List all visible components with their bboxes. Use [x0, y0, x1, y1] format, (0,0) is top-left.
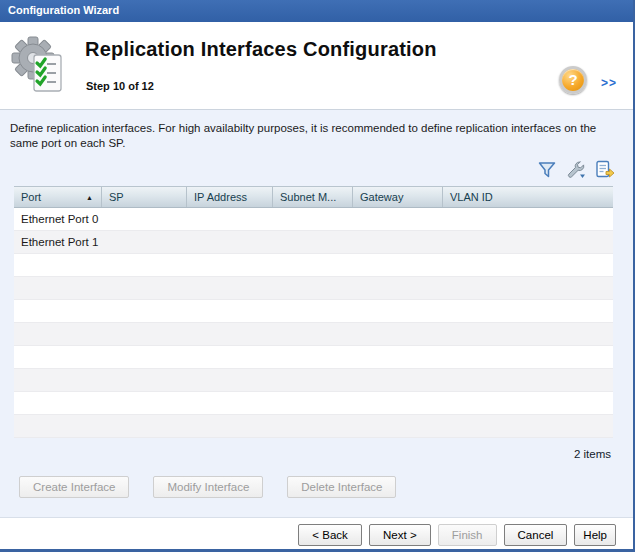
column-label: Subnet M... — [280, 191, 336, 203]
table-cell — [14, 254, 102, 276]
table-cell — [14, 415, 102, 437]
interfaces-table: Port▲SPIP AddressSubnet M...GatewayVLAN … — [14, 186, 613, 438]
table-row[interactable] — [14, 323, 613, 346]
table-cell — [102, 254, 187, 276]
column-label: VLAN ID — [450, 191, 493, 203]
delete-interface-button[interactable]: Delete Interface — [287, 476, 396, 498]
interface-actions: Create Interface Modify Interface Delete… — [19, 476, 396, 498]
table-cell — [187, 231, 273, 253]
wizard-footer: < Back Next > Finish Cancel Help — [0, 517, 633, 551]
column-header-sp[interactable]: SP — [102, 187, 187, 207]
table-cell — [273, 208, 353, 230]
table-cell — [273, 415, 353, 437]
description-text: Define replication interfaces. For high … — [0, 110, 633, 151]
table-row[interactable] — [14, 392, 613, 415]
help-icon[interactable]: ? — [559, 66, 587, 94]
table-cell — [102, 346, 187, 368]
column-header-ip-address[interactable]: IP Address — [187, 187, 273, 207]
table-cell — [443, 300, 613, 322]
table-cell — [102, 369, 187, 391]
table-cell — [443, 277, 613, 299]
table-row[interactable] — [14, 277, 613, 300]
table-cell — [443, 323, 613, 345]
table-cell — [273, 323, 353, 345]
table-cell — [353, 300, 443, 322]
column-header-port[interactable]: Port▲ — [14, 187, 102, 207]
table-cell — [14, 323, 102, 345]
table-cell — [353, 254, 443, 276]
table-cell — [102, 323, 187, 345]
table-cell — [353, 208, 443, 230]
create-interface-button[interactable]: Create Interface — [19, 476, 129, 498]
modify-interface-button[interactable]: Modify Interface — [153, 476, 263, 498]
expand-chevrons[interactable]: >> — [601, 76, 617, 90]
step-indicator: Step 10 of 12 — [86, 80, 154, 92]
table-cell — [14, 369, 102, 391]
table-cell — [14, 346, 102, 368]
table-cell — [353, 346, 443, 368]
table-cell — [187, 346, 273, 368]
table-cell — [187, 208, 273, 230]
export-icon[interactable] — [595, 160, 615, 179]
table-row[interactable] — [14, 369, 613, 392]
table-cell — [102, 415, 187, 437]
filter-icon[interactable] — [537, 160, 557, 179]
table-row[interactable] — [14, 346, 613, 369]
table-cell — [187, 277, 273, 299]
table-cell — [14, 277, 102, 299]
finish-button[interactable]: Finish — [438, 524, 497, 546]
window-title: Configuration Wizard — [8, 4, 119, 16]
table-cell — [443, 231, 613, 253]
table-cell — [187, 369, 273, 391]
items-count: 2 items — [574, 448, 611, 460]
tools-icon[interactable] — [566, 160, 586, 179]
table-row[interactable] — [14, 254, 613, 277]
table-toolbar — [537, 160, 615, 179]
table-cell — [187, 300, 273, 322]
table-cell — [353, 277, 443, 299]
column-label: IP Address — [194, 191, 247, 203]
configuration-wizard-window: Configuration Wizard — [0, 0, 635, 552]
table-cell — [187, 323, 273, 345]
table-cell — [273, 231, 353, 253]
table-row[interactable] — [14, 300, 613, 323]
column-header-subnet-m[interactable]: Subnet M... — [273, 187, 353, 207]
table-cell — [187, 415, 273, 437]
column-label: Port — [21, 191, 41, 203]
table-cell — [14, 392, 102, 414]
table-cell — [102, 392, 187, 414]
table-row[interactable]: Ethernet Port 0 — [14, 208, 613, 231]
column-label: SP — [109, 191, 124, 203]
table-cell — [353, 323, 443, 345]
table-cell — [102, 208, 187, 230]
column-header-gateway[interactable]: Gateway — [353, 187, 443, 207]
next-button[interactable]: Next > — [369, 524, 431, 546]
sort-ascending-icon: ▲ — [86, 187, 93, 207]
cancel-button[interactable]: Cancel — [504, 524, 568, 546]
table-row[interactable] — [14, 415, 613, 438]
table-cell — [353, 392, 443, 414]
help-button[interactable]: Help — [574, 524, 616, 546]
table-cell — [443, 415, 613, 437]
table-cell — [187, 392, 273, 414]
table-row[interactable]: Ethernet Port 1 — [14, 231, 613, 254]
window-titlebar: Configuration Wizard — [0, 0, 633, 22]
table-cell — [443, 346, 613, 368]
table-cell — [102, 277, 187, 299]
wizard-content: Define replication interfaces. For high … — [0, 110, 633, 517]
table-cell — [443, 208, 613, 230]
table-cell — [187, 254, 273, 276]
table-cell — [273, 392, 353, 414]
column-header-vlan-id[interactable]: VLAN ID — [443, 187, 613, 207]
table-cell — [353, 231, 443, 253]
table-cell — [273, 254, 353, 276]
back-button[interactable]: < Back — [298, 524, 361, 546]
table-cell — [102, 300, 187, 322]
column-label: Gateway — [360, 191, 403, 203]
wizard-header: Replication Interfaces Configuration Ste… — [0, 22, 633, 110]
table-cell — [14, 300, 102, 322]
table-header: Port▲SPIP AddressSubnet M...GatewayVLAN … — [14, 186, 613, 208]
table-cell — [353, 369, 443, 391]
table-cell — [443, 254, 613, 276]
table-cell — [102, 231, 187, 253]
